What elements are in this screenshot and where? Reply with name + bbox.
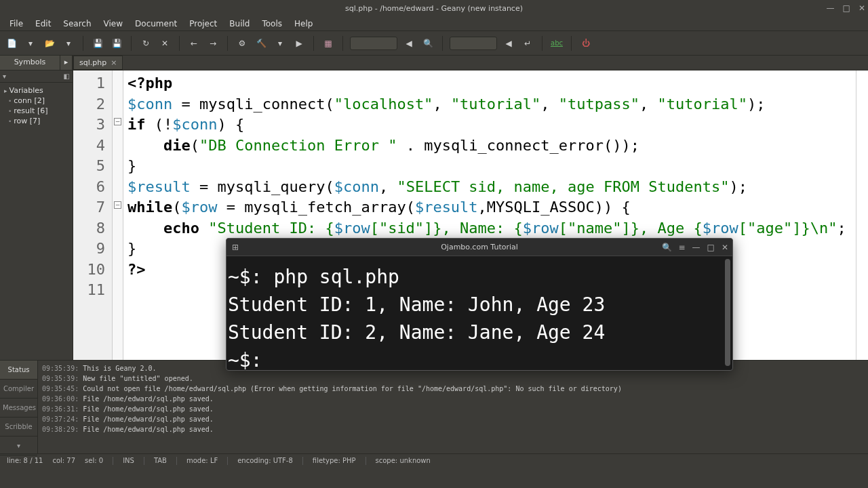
line-gutter: 1 2 3 4 5 6 7 8 9 10 11: [73, 70, 113, 360]
goto-back-icon[interactable]: ◀: [501, 36, 516, 51]
fold-icon[interactable]: −: [114, 118, 121, 125]
search-back-icon[interactable]: ◀: [401, 36, 416, 51]
terminal-window[interactable]: ⊞ Ojambo.com Tutorial 🔍 ≡ — □ ✕ ~$: php …: [226, 238, 733, 371]
statusbar: line: 8 / 11 col: 77 sel: 0 INS TAB mode…: [0, 453, 868, 467]
fold-margin: − −: [113, 70, 123, 360]
menu-file[interactable]: File: [4, 18, 28, 30]
menu-icon[interactable]: ≡: [679, 243, 686, 252]
menu-tools[interactable]: Tools: [256, 18, 288, 30]
status-col: col: 77: [52, 457, 75, 464]
status-scope: scope: unknown: [376, 457, 431, 464]
status-sel: sel: 0: [85, 457, 103, 464]
save-icon[interactable]: 💾: [90, 36, 105, 51]
scrollbar[interactable]: [725, 259, 730, 366]
execute-icon[interactable]: ▶: [292, 36, 307, 51]
msg-tab-messages[interactable]: Messages: [0, 399, 37, 418]
minimize-icon[interactable]: —: [692, 243, 701, 252]
dropdown-icon[interactable]: ▾: [273, 36, 288, 51]
menu-edit[interactable]: Edit: [30, 18, 56, 30]
status-tab: TAB: [154, 457, 167, 464]
tree-item-variables[interactable]: Variables: [1, 85, 71, 96]
msg-tab-more[interactable]: ▾: [0, 436, 37, 455]
toolbar: 📄 ▾ 📂 ▾ 💾 💾 ↻ ✕ ← → ⚙ 🔨 ▾ ▶ ▦ ◀ 🔍 ◀ ↵ ab…: [0, 31, 868, 56]
forward-icon[interactable]: →: [205, 36, 220, 51]
back-icon[interactable]: ←: [186, 36, 201, 51]
tab-label: sql.php: [79, 58, 106, 67]
close-icon[interactable]: ✕: [722, 243, 728, 252]
menu-search[interactable]: Search: [58, 18, 96, 30]
sidebar-tab-symbols[interactable]: Symbols: [0, 56, 60, 70]
status-filetype: filetype: PHP: [313, 457, 356, 464]
terminal-body[interactable]: ~$: php sql.php Student ID: 1, Name: Joh…: [226, 256, 732, 381]
msg-tab-scribble[interactable]: Scribble: [0, 418, 37, 436]
menubar: File Edit Search View Document Project B…: [0, 16, 868, 31]
status-pos: line: 8 / 11: [7, 457, 43, 464]
tree-item-conn[interactable]: conn [2]: [1, 96, 71, 106]
maximize-icon[interactable]: □: [843, 3, 850, 13]
tree-item-result[interactable]: result [6]: [1, 106, 71, 116]
sidebar-tab-more[interactable]: ▸: [60, 56, 73, 70]
search-icon[interactable]: 🔍: [420, 36, 435, 51]
close-file-icon[interactable]: ✕: [157, 36, 172, 51]
menu-view[interactable]: View: [98, 18, 128, 30]
window-title: sql.php - /home/edward - Geany (new inst…: [345, 4, 523, 13]
quit-icon[interactable]: ⏻: [578, 36, 593, 51]
tab-sql-php[interactable]: sql.php ×: [73, 56, 123, 70]
dropdown-icon[interactable]: ▾: [23, 36, 38, 51]
msg-tab-status[interactable]: Status: [0, 361, 37, 380]
color-icon[interactable]: ▦: [321, 36, 336, 51]
search-icon[interactable]: 🔍: [662, 243, 672, 252]
search-input[interactable]: [350, 37, 397, 50]
save-all-icon[interactable]: 💾: [109, 36, 124, 51]
new-tab-icon[interactable]: ⊞: [232, 243, 239, 252]
open-file-icon[interactable]: 📂: [42, 36, 57, 51]
menu-document[interactable]: Document: [130, 18, 182, 30]
sidebar-chevron-icon[interactable]: ▾: [3, 73, 6, 80]
build-icon[interactable]: 🔨: [254, 36, 269, 51]
dropdown-icon[interactable]: ▾: [61, 36, 76, 51]
tab-close-icon[interactable]: ×: [111, 58, 117, 67]
status-enc: encoding: UTF-8: [237, 457, 293, 464]
abc-icon[interactable]: abc: [549, 36, 564, 51]
sidebar: Symbols ▸ ▾ ◧ Variables conn [2] result …: [0, 56, 73, 360]
margin-line: [856, 70, 856, 360]
tree-item-row[interactable]: row [7]: [1, 116, 71, 126]
compile-icon[interactable]: ⚙: [235, 36, 250, 51]
menu-project[interactable]: Project: [184, 18, 222, 30]
document-tabs: sql.php ×: [73, 56, 868, 70]
maximize-icon[interactable]: □: [707, 243, 715, 252]
menu-help[interactable]: Help: [289, 18, 318, 30]
terminal-titlebar[interactable]: ⊞ Ojambo.com Tutorial 🔍 ≡ — □ ✕: [226, 239, 732, 256]
msg-tab-compiler[interactable]: Compiler: [0, 380, 37, 399]
reload-icon[interactable]: ↻: [138, 36, 153, 51]
close-icon[interactable]: ✕: [859, 3, 865, 13]
menu-build[interactable]: Build: [224, 18, 255, 30]
goto-input[interactable]: [450, 37, 497, 50]
minimize-icon[interactable]: —: [827, 3, 835, 13]
window-titlebar: sql.php - /home/edward - Geany (new inst…: [0, 0, 868, 16]
terminal-title: Ojambo.com Tutorial: [441, 243, 518, 251]
goto-icon[interactable]: ↵: [520, 36, 535, 51]
sidebar-collapse-icon[interactable]: ◧: [64, 73, 70, 80]
new-file-icon[interactable]: 📄: [4, 36, 19, 51]
symbols-tree: Variables conn [2] result [6] row [7]: [0, 83, 73, 360]
status-ins: INS: [123, 457, 134, 464]
fold-icon[interactable]: −: [114, 201, 121, 209]
status-mode: mode: LF: [186, 457, 218, 464]
